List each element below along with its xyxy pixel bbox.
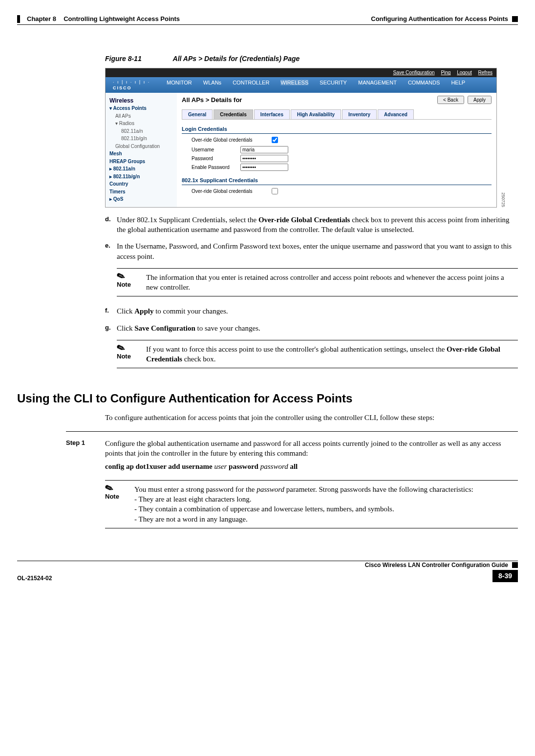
menu-wireless[interactable]: WIRELESS — [280, 80, 308, 85]
step-d: d. Under 802.1x Supplicant Credentials, … — [105, 215, 518, 235]
ss-sidebar: Wireless ▾ Access Points All APs ▾ Radio… — [106, 93, 177, 207]
enable-password-label: Enable Password — [192, 164, 240, 171]
cli-step-1-label: Step 1 — [66, 439, 105, 531]
menu-monitor[interactable]: MONITOR — [167, 80, 192, 85]
cli-step-1: Step 1 Configure the global authenticati… — [66, 431, 518, 531]
book-title-row: Cisco Wireless LAN Controller Configurat… — [365, 561, 518, 570]
override-global-login-row: Over-ride Global credentials — [192, 135, 492, 145]
sidebar-item-access-points[interactable]: ▾ Access Points — [109, 105, 173, 112]
sidebar-item-country[interactable]: Country — [109, 180, 173, 188]
step-g-marker: g. — [105, 323, 117, 372]
ss-main: All APs > Details for < Back Apply Gener… — [177, 93, 496, 207]
tab-advanced[interactable]: Advanced — [378, 109, 414, 120]
step-e-text: In the Username, Password, and Confirm P… — [117, 241, 518, 299]
header-bar-icon — [17, 15, 20, 23]
sidebar-item-80211an[interactable]: 802.11a/n — [109, 127, 173, 135]
sidebar-item-80211bgn-main[interactable]: ▸ 802.11b/g/n — [109, 173, 173, 181]
ping-link[interactable]: Ping — [441, 70, 450, 75]
save-config-link[interactable]: Save Configuration — [393, 70, 435, 75]
back-button[interactable]: < Back — [437, 96, 464, 104]
note-icon: ✎ Note — [117, 344, 146, 364]
chapter-title: Controlling Lightweight Access Points — [64, 15, 180, 23]
footer-right: Cisco Wireless LAN Controller Configurat… — [365, 561, 518, 582]
logout-link[interactable]: Logout — [457, 70, 472, 75]
cli-step-1-content: Configure the global authentication user… — [105, 439, 518, 531]
tab-high-availability[interactable]: High Availability — [291, 109, 341, 120]
header-left: Chapter 8 Controlling Lightweight Access… — [17, 15, 180, 23]
page-number: 8-39 — [492, 570, 518, 582]
header-right: Configuring Authentication for Access Po… — [371, 15, 518, 23]
step-e: e. In the Username, Password, and Confir… — [105, 241, 518, 299]
cisco-logo-text: CISCO — [113, 85, 162, 91]
note-2-text: If you want to force this access point t… — [146, 344, 518, 364]
override-global-supplicant-label: Over-ride Global credentials — [192, 188, 270, 195]
tab-interfaces[interactable]: Interfaces — [254, 109, 290, 120]
book-title: Cisco Wireless LAN Controller Configurat… — [365, 561, 508, 569]
footer-box-icon — [512, 562, 518, 568]
menu-commands[interactable]: COMMANDS — [408, 80, 440, 85]
ss-body: Wireless ▾ Access Points All APs ▾ Radio… — [106, 93, 496, 207]
password-label: Password — [192, 155, 240, 162]
detail-tabs: General Credentials Interfaces High Avai… — [182, 109, 492, 120]
sidebar-item-global-config[interactable]: Global Configuration — [109, 143, 173, 150]
sidebar-item-radios[interactable]: ▾ Radios — [109, 120, 173, 127]
sidebar-item-80211bgn[interactable]: 802.11b/g/n — [109, 135, 173, 143]
menu-wlans[interactable]: WLANs — [203, 80, 221, 85]
ss-topbar: Save Configuration Ping Logout Refres — [106, 68, 496, 77]
cli-intro: To configure authentication for access p… — [105, 413, 518, 422]
cisco-logo: · ı | ı · ı | ı · CISCO — [106, 79, 162, 91]
note-1-text: The information that you enter is retain… — [146, 273, 518, 293]
note-icon: ✎ Note — [105, 484, 134, 524]
page-header: Chapter 8 Controlling Lightweight Access… — [17, 15, 518, 25]
page-footer: OL-21524-02 Cisco Wireless LAN Controlle… — [17, 561, 518, 582]
main-menu: MONITOR WLANs CONTROLLER WIRELESS SECURI… — [162, 79, 470, 91]
section-title-header: Configuring Authentication for Access Po… — [371, 15, 508, 23]
menu-security[interactable]: SECURITY — [320, 80, 347, 85]
note-2: ✎ Note If you want to force this access … — [117, 340, 518, 369]
note-1: ✎ Note The information that you enter is… — [117, 268, 518, 297]
cli-command: config ap dot1xuser add username user pa… — [105, 462, 518, 471]
step-d-text: Under 802.1x Supplicant Credentials, sel… — [117, 215, 518, 235]
note-3: ✎ Note You must enter a strong password … — [105, 480, 518, 528]
sidebar-item-all-aps[interactable]: All APs — [109, 112, 173, 120]
doc-id: OL-21524-02 — [17, 573, 52, 582]
figure-title: All APs > Details for (Credentials) Page — [173, 55, 300, 63]
ss-menubar: · ı | ı · ı | ı · CISCO MONITOR WLANs CO… — [106, 77, 496, 93]
cisco-logo-bars: · ı | ı · ı | ı · — [113, 79, 162, 85]
note-3-text: You must enter a strong password for the… — [134, 484, 518, 524]
step-g: g. Click Save Configuration to save your… — [105, 323, 518, 372]
tab-credentials[interactable]: Credentials — [214, 109, 253, 120]
override-global-login-checkbox[interactable] — [272, 137, 278, 143]
step-d-marker: d. — [105, 215, 117, 235]
password-input[interactable] — [240, 155, 288, 162]
sidebar-item-80211an-main[interactable]: ▸ 802.11a/n — [109, 165, 173, 173]
menu-help[interactable]: HELP — [451, 80, 465, 85]
tab-general[interactable]: General — [182, 109, 213, 120]
cli-section-title: Using the CLI to Configure Authenticatio… — [17, 391, 518, 406]
menu-management[interactable]: MANAGEMENT — [358, 80, 397, 85]
header-box-icon — [512, 16, 518, 22]
enable-password-input[interactable] — [240, 164, 288, 171]
override-global-supplicant-row: Over-ride Global credentials — [192, 187, 492, 196]
step-f-marker: f. — [105, 306, 117, 316]
sidebar-item-mesh[interactable]: Mesh — [109, 150, 173, 158]
sidebar-item-qos[interactable]: ▸ QoS — [109, 195, 173, 203]
screenshot-id: 250725 — [500, 192, 506, 207]
username-input[interactable] — [240, 146, 288, 153]
override-global-supplicant-checkbox[interactable] — [272, 188, 278, 194]
apply-button[interactable]: Apply — [468, 96, 492, 104]
username-label: Username — [192, 147, 240, 153]
sidebar-title: Wireless — [109, 97, 173, 105]
menu-controller[interactable]: CONTROLLER — [233, 80, 269, 85]
refresh-link[interactable]: Refres — [478, 70, 492, 75]
override-global-login-label: Over-ride Global credentials — [192, 137, 270, 144]
figure-number: Figure 8-11 — [105, 55, 142, 63]
cli-step-1-text: Configure the global authentication user… — [105, 439, 518, 459]
step-list: d. Under 802.1x Supplicant Credentials, … — [105, 215, 518, 372]
sidebar-item-timers[interactable]: Timers — [109, 188, 173, 196]
step-f: f. Click Apply to commit your changes. — [105, 306, 518, 316]
login-credentials-section: Login Credentials — [182, 126, 492, 134]
sidebar-item-hreap[interactable]: HREAP Groups — [109, 158, 173, 166]
tab-inventory[interactable]: Inventory — [342, 109, 377, 120]
step-f-text: Click Apply to commit your changes. — [117, 306, 518, 316]
